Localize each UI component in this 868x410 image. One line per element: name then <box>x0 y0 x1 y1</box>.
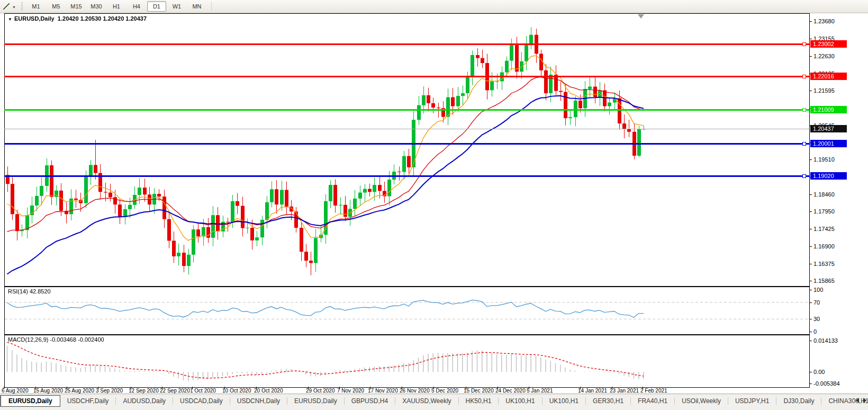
tab-fra40-h1[interactable]: FRA40,H1 <box>631 395 674 407</box>
timeframe-button-h1[interactable]: H1 <box>107 1 126 12</box>
line-handle[interactable] <box>802 75 806 78</box>
price-axis-tick <box>809 91 812 91</box>
tab-usdjpy-h1[interactable]: USDJPY,H1 <box>728 395 776 407</box>
date-axis-label: 24 Dec 2020 <box>495 388 526 394</box>
macd-axis-label: -0.005384 <box>813 380 840 387</box>
date-axis-label: 25 Aug 2020 <box>65 388 94 394</box>
rsi-axis-label: 70 <box>813 299 820 306</box>
tab-uk100-h1[interactable]: UK100,H1 <box>499 395 541 407</box>
rsi-axis-tick <box>809 302 812 303</box>
price-axis-tick <box>809 159 812 160</box>
date-axis-label: 26 Nov 2020 <box>400 388 430 394</box>
price-axis-tick <box>809 229 812 229</box>
rsi-canvas[interactable] <box>5 287 808 333</box>
chart-shift-icon[interactable] <box>638 14 644 19</box>
timeframe-buttons: M1M5M15M30H1H4D1W1MN <box>26 1 207 12</box>
date-axis-tick <box>580 387 581 389</box>
date-axis-label: 29 Oct 2020 <box>306 388 334 394</box>
tab-usdchf-daily[interactable]: USDCHF,Daily <box>60 395 116 407</box>
rsi-axis-label: 100 <box>813 287 823 293</box>
collapse-triangle-icon[interactable]: ▼ <box>8 17 12 22</box>
horizontal-line-1.19020[interactable] <box>4 175 809 177</box>
date-axis-label: 1 Oct 2020 <box>190 388 216 394</box>
line-handle[interactable] <box>802 174 806 178</box>
date-axis-tick <box>339 387 340 389</box>
price-line-badge: 1.19020 <box>810 172 847 180</box>
timeframe-button-d1[interactable]: D1 <box>147 1 166 12</box>
toolbar-separator <box>211 2 212 11</box>
date-axis-tick <box>466 387 466 389</box>
tab-eurusd-daily[interactable]: EURUSD,Daily <box>287 395 344 407</box>
current-price-badge: 1.20437 <box>810 125 847 132</box>
tab-xauusd-weekly[interactable]: XAUUSD,Weekly <box>395 395 458 407</box>
tab-uk100-h1[interactable]: UK100,H1 <box>542 395 585 407</box>
date-axis-tick <box>256 387 257 389</box>
price-axis-tick <box>809 246 812 247</box>
tab-dj30-daily[interactable]: DJ30,Daily <box>776 395 821 407</box>
tab-hk50-h1[interactable]: HK50,H1 <box>459 395 499 407</box>
price-line-badge: 1.20001 <box>810 140 847 147</box>
chart-tabs: EURUSD,DailyUSDCHF,DailyAUDUSD,DailyUSDC… <box>1 394 868 407</box>
tab-eurusd-daily[interactable]: EURUSD,Daily <box>1 395 60 407</box>
timeframe-button-m30[interactable]: M30 <box>87 1 106 12</box>
price-axis-tick <box>809 211 812 212</box>
horizontal-line-1.20001[interactable] <box>4 143 809 145</box>
line-handle[interactable] <box>802 42 806 46</box>
dropdown-caret-icon[interactable]: ▼ <box>12 5 16 9</box>
timeframe-button-mn[interactable]: MN <box>187 1 206 12</box>
price-axis-label: 1.21595 <box>813 87 835 94</box>
price-axis-tick <box>809 264 812 264</box>
drawing-tool-icon[interactable] <box>2 2 11 11</box>
price-axis-label: 1.19510 <box>813 156 835 163</box>
timeframe-button-m1[interactable]: M1 <box>26 1 46 12</box>
horizontal-line-1.23002[interactable] <box>4 43 809 45</box>
macd-axis-tick <box>809 384 812 384</box>
tab-ger30-h1[interactable]: GER30,H1 <box>586 395 630 407</box>
price-axis-label: 1.17950 <box>813 208 835 215</box>
tab-scroll-left-icon[interactable] <box>856 398 859 403</box>
date-axis-label: 5 Dec 2020 <box>431 388 458 394</box>
timeframe-button-m5[interactable]: M5 <box>47 1 66 12</box>
price-axis-tick <box>809 21 812 22</box>
macd-canvas[interactable] <box>5 335 808 386</box>
macd-label: MACD(12,26,9) -0.003468 -0.002400 <box>8 336 104 343</box>
rsi-label: RSI(14) 42.8520 <box>8 288 51 295</box>
price-axis-label: 1.18460 <box>813 191 835 198</box>
horizontal-line-1.22016[interactable] <box>4 76 809 77</box>
line-handle[interactable] <box>802 108 806 112</box>
macd-panel: MACD(12,26,9) -0.003468 -0.002400 <box>4 335 810 388</box>
date-axis-tick <box>529 387 529 389</box>
tab-usoil-weekly[interactable]: USOil,Weekly <box>675 395 728 407</box>
timeframe-button-m15[interactable]: M15 <box>67 1 86 12</box>
ohlc-values: 1.20420 1.20530 1.20420 1.20437 <box>58 15 147 22</box>
price-axis-label: 1.16375 <box>813 261 835 267</box>
tab-usdcnh-daily[interactable]: USDCNH,Daily <box>230 395 287 407</box>
timeframe-button-w1[interactable]: W1 <box>167 1 186 12</box>
timeframe-button-h4[interactable]: H4 <box>127 1 146 12</box>
current-price-line <box>4 129 809 129</box>
date-axis-label: 7 Nov 2020 <box>337 388 364 394</box>
horizontal-line-1.21009[interactable] <box>4 109 809 111</box>
date-axis-label: 17 Nov 2020 <box>368 388 398 394</box>
date-axis-tick <box>67 387 67 389</box>
date-axis-label: 20 Oct 2020 <box>254 388 283 394</box>
tab-audusd-daily[interactable]: AUDUSD,Daily <box>116 395 173 407</box>
rsi-axis-tick <box>809 319 812 319</box>
price-chart-canvas[interactable] <box>5 14 808 285</box>
price-line-badge: 1.21009 <box>810 106 847 113</box>
date-axis-tick <box>612 387 612 389</box>
macd-axis-tick <box>809 341 812 341</box>
price-axis-tick <box>809 281 812 281</box>
macd-axis-label: 0.00 <box>813 369 825 375</box>
macd-axis-label: 0.014133 <box>813 337 838 344</box>
date-axis-tick <box>433 387 434 389</box>
tab-gbpusd-h4[interactable]: GBPUSD,H4 <box>345 395 395 407</box>
date-axis-tick <box>308 387 309 389</box>
date-axis-tick <box>498 387 498 389</box>
date-axis-tick <box>402 387 402 389</box>
tab-scroll-right-icon[interactable] <box>863 398 866 403</box>
tab-usdcad-daily[interactable]: USDCAD,Daily <box>173 395 230 407</box>
tab-scrollers <box>856 398 866 403</box>
symbol-period-label: EURUSD,Daily <box>14 15 55 22</box>
line-handle[interactable] <box>802 142 806 146</box>
